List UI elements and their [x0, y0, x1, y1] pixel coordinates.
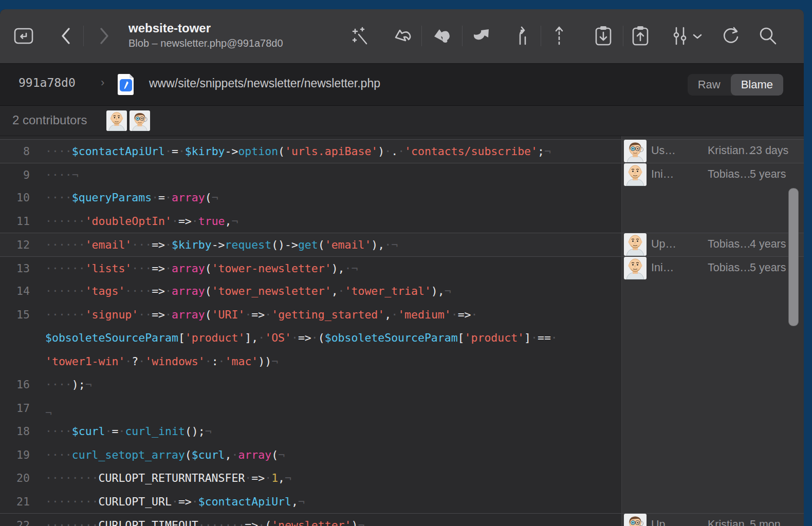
back-button[interactable] [54, 24, 79, 48]
code-text: ······'signup'··=>·array('URI'·=>·'getti… [45, 303, 478, 327]
code-text: ········CURLOPT_RETURNTRANSFER·=>·1,¬ [45, 466, 291, 490]
blame-summary: Up… [651, 513, 699, 526]
app-window: website-tower Blob – newsletter.php@991a… [0, 9, 804, 526]
code-text: $obsoleteSourceParam['product'],·'OS'·=>… [45, 326, 558, 350]
view-subtitle: Blob – newsletter.php@991a78d0 [128, 36, 283, 50]
redo-arrow-icon [470, 25, 492, 47]
blame-entry[interactable]: Ini…Tobias…5 years [621, 256, 804, 280]
workflow-button[interactable] [668, 24, 705, 48]
avatar-tobias [624, 257, 647, 279]
code-text: ····curl_setopt_array($curl,·array(¬ [45, 443, 285, 467]
merge-button[interactable] [430, 24, 454, 48]
avatar-kristian [624, 140, 647, 162]
refresh-button[interactable] [718, 24, 743, 48]
avatar-tobias [624, 163, 647, 186]
code-text: ······'tags'····=>·array('tower_newslett… [45, 279, 451, 303]
blame-code-view: 8····$contactApiUrl·=·$kirby->option('ur… [0, 136, 804, 526]
avatar-kristian [130, 110, 150, 131]
branch-button[interactable] [511, 24, 536, 48]
toolbar-separator [462, 26, 463, 46]
line-number: 22 [0, 514, 30, 526]
line-number: 9 [0, 163, 30, 187]
open-repository-icon [13, 25, 34, 47]
toolbar-separator [623, 26, 623, 46]
code-text: 'tower1-win'·?·'windows'·:·'mac'))¬ [45, 350, 278, 373]
line-number: 14 [0, 279, 30, 303]
line-number: 19 [0, 443, 30, 467]
magic-wand-icon [350, 25, 372, 47]
line-number: 15 [0, 303, 30, 327]
blame-summary: Up… [651, 233, 699, 256]
dashed-up-arrow-icon [551, 25, 567, 47]
blame-summary: Ini… [651, 256, 699, 280]
blame-summary: Ini… [651, 163, 699, 186]
line-number: 10 [0, 186, 30, 210]
quick-actions-button[interactable] [348, 24, 373, 48]
chevron-right-icon [95, 26, 113, 46]
code-text: ······'email'···=>·$kirby->request()->ge… [45, 233, 398, 257]
blame-age: 5 mon… [750, 513, 804, 526]
contributors-bar: 2 contributors [0, 106, 804, 136]
rebase-button[interactable] [469, 24, 493, 48]
blame-entry[interactable]: Up…Kristian…5 mon… [621, 513, 804, 526]
line-number: 8 [0, 140, 30, 163]
open-repository-button[interactable] [11, 24, 36, 48]
code-text: ····);¬ [45, 373, 92, 397]
file-path[interactable]: www/site/snippets/newsletter/newsletter.… [149, 77, 380, 90]
php-file-icon [116, 72, 136, 98]
avatar-tobias [624, 233, 647, 256]
line-number: 16 [0, 373, 30, 397]
contributors-avatars[interactable] [106, 110, 150, 131]
sliders-icon [668, 25, 705, 47]
line-number: 13 [0, 257, 30, 280]
line-number: 21 [0, 490, 30, 514]
search-icon [756, 25, 779, 47]
refresh-icon [719, 25, 742, 47]
merge-arrow-icon [431, 25, 453, 47]
vertical-scrollbar[interactable] [788, 188, 799, 326]
blame-entry[interactable]: Ini…Tobias…5 years [621, 163, 804, 186]
search-button[interactable] [755, 24, 780, 48]
blame-column: Us…Kristian…23 days Ini…Tobias…5 years U… [621, 136, 804, 526]
window-title-block: website-tower Blob – newsletter.php@991a… [128, 21, 283, 50]
blame-age: 23 days [750, 139, 804, 163]
blame-tab[interactable]: Blame [731, 74, 783, 96]
stash-apply-button[interactable] [628, 24, 653, 48]
line-number: 20 [0, 466, 30, 490]
clipboard-down-icon [592, 24, 615, 48]
code-text: ····$contactApiUrl·=·$kirby->option('url… [45, 140, 551, 163]
clipboard-up-icon [629, 24, 652, 48]
code-text: ····$curl·=·curl_init();¬ [45, 420, 212, 443]
code-text: ····$queryParams·=·array(¬ [45, 186, 218, 210]
line-number: 11 [0, 210, 30, 233]
blame-entry[interactable]: Us…Kristian…23 days [621, 139, 804, 163]
line-number: 12 [0, 233, 30, 257]
chevron-left-icon [58, 26, 75, 46]
avatar-tobias [106, 110, 127, 131]
toolbar-separator [541, 26, 541, 46]
blame-entry[interactable]: Up…Tobias…4 years [621, 233, 804, 256]
cherry-pick-button[interactable] [547, 24, 571, 48]
toolbar: website-tower Blob – newsletter.php@991a… [0, 9, 804, 64]
code-text: ······'lists'···=>·array('tower-newslett… [45, 257, 358, 280]
blame-age: 5 years [750, 163, 804, 186]
code-text: ······'doubleOptIn'·=>·true,¬ [45, 210, 238, 233]
breadcrumb-chevron-icon: › [101, 76, 104, 89]
forward-button[interactable] [91, 24, 116, 48]
branch-icon [513, 25, 533, 47]
line-number: 17 [0, 397, 30, 420]
toolbar-separator [421, 26, 422, 46]
undo-button[interactable] [391, 24, 415, 48]
undo-arrow-icon [392, 25, 414, 47]
stash-save-button[interactable] [591, 24, 616, 48]
line-number: 18 [0, 420, 30, 443]
view-segmented-control: Raw Blame [688, 74, 783, 96]
contributors-label: 2 contributors [12, 113, 87, 127]
raw-tab[interactable]: Raw [688, 74, 731, 96]
code-text: ¬ [45, 401, 52, 425]
commit-hash[interactable]: 991a78d0 [19, 76, 76, 89]
code-text: ········CURLOPT_TIMEOUT·······=>·('newsl… [45, 514, 364, 526]
toolbar-separator [83, 26, 84, 46]
repository-title: website-tower [128, 21, 283, 36]
blame-summary: Us… [651, 139, 699, 163]
